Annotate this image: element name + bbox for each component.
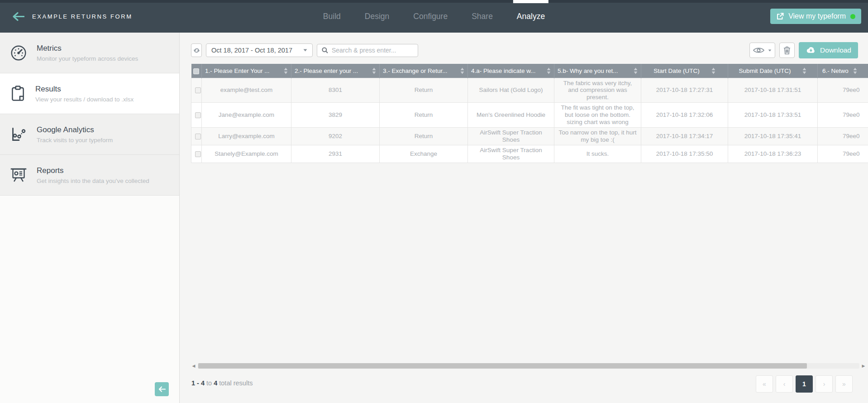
column-header-label: Submit Date (UTC) — [739, 67, 791, 74]
table-row: Larry@example.com9202ReturnAirSwift Supe… — [191, 128, 868, 145]
scrollbar-track[interactable] — [198, 363, 859, 369]
back-arrow-icon[interactable] — [12, 12, 24, 21]
sidebar-item-subtitle: Monitor your typeform across devices — [37, 55, 138, 62]
sort-icon[interactable] — [634, 67, 638, 74]
column-header[interactable]: Start Date (UTC) — [641, 64, 728, 78]
page-button[interactable]: › — [816, 375, 833, 393]
sort-icon[interactable] — [284, 67, 288, 74]
row-checkbox[interactable] — [195, 112, 201, 118]
download-button[interactable]: Download — [799, 42, 858, 58]
tab-label: Build — [323, 12, 341, 21]
tab-share[interactable]: Share — [470, 0, 494, 33]
toolbar: Oct 18, 2017 - Oct 18, 2017 — [191, 42, 858, 58]
tab-build[interactable]: Build — [322, 0, 342, 33]
table-cell: 2931 — [291, 145, 380, 163]
table-cell: 8301 — [291, 78, 380, 103]
horizontal-scrollbar: ◀ ▶ — [191, 362, 866, 369]
column-header-label: 5.b- Why are you ret... — [558, 67, 618, 74]
row-checkbox[interactable] — [195, 151, 201, 157]
caret-down-icon — [768, 49, 772, 52]
select-all-checkbox[interactable] — [193, 68, 199, 74]
date-range-select[interactable]: Oct 18, 2017 - Oct 18, 2017 — [206, 43, 313, 57]
scroll-right-arrow[interactable]: ▶ — [861, 364, 866, 368]
date-range-value: Oct 18, 2017 - Oct 18, 2017 — [211, 47, 292, 54]
tab-label: Configure — [413, 12, 448, 21]
sidebar-item-google-analytics[interactable]: Google AnalyticsTrack visits to your typ… — [0, 114, 179, 155]
table-row: example@test.com8301ReturnSailors Hat (G… — [191, 78, 868, 103]
column-header-label: 3.- Exchange or Retur... — [383, 67, 448, 74]
column-header[interactable]: 4.a- Please indicate w... — [468, 64, 554, 78]
page-button-current[interactable]: 1 — [796, 375, 813, 393]
sidebar-nav: MetricsMonitor your typeform across devi… — [0, 33, 179, 196]
delete-button[interactable] — [779, 43, 795, 58]
column-header[interactable]: Submit Date (UTC) — [728, 64, 818, 78]
collapse-arrow-icon — [158, 386, 166, 392]
table-row: Jane@example.com3829ReturnMen's Greenlin… — [191, 103, 868, 128]
table-cell: Too narrow on the top, it hurt my big to… — [554, 128, 641, 145]
table-cell: The fabric was very itchy, and compressi… — [554, 78, 641, 103]
page-button[interactable]: « — [756, 375, 773, 393]
page-button[interactable]: » — [835, 375, 853, 393]
sort-icon[interactable] — [460, 67, 464, 74]
table-cell: 79ee0 — [818, 145, 868, 163]
column-header[interactable]: 5.b- Why are you ret... — [554, 64, 641, 78]
tab-design[interactable]: Design — [363, 0, 391, 33]
search-box — [317, 44, 418, 57]
table-cell: 2017-10-18 17:35:41 — [728, 128, 818, 145]
column-header[interactable]: 1.- Please Enter Your ... — [202, 64, 291, 78]
table-cell: It sucks. — [554, 145, 641, 163]
download-label: Download — [820, 46, 851, 54]
sidebar-item-reports[interactable]: ReportsGet insights into the data you've… — [0, 155, 179, 196]
search-input[interactable] — [332, 47, 414, 54]
table-cell: 2017-10-18 17:36:23 — [728, 145, 818, 163]
table-cell: Return — [380, 103, 468, 128]
sidebar-item-results[interactable]: ResultsView your results / download to .… — [0, 73, 179, 114]
visibility-dropdown-button[interactable] — [749, 43, 775, 58]
sort-icon[interactable] — [853, 67, 857, 74]
row-checkbox[interactable] — [195, 87, 201, 93]
scrollbar-thumb[interactable] — [198, 363, 807, 369]
external-link-icon — [776, 13, 784, 20]
sort-icon[interactable] — [372, 67, 376, 74]
view-my-typeform-button[interactable]: View my typeform — [770, 9, 861, 24]
table-cell: Return — [380, 78, 468, 103]
table-cell: 79ee0 — [818, 103, 868, 128]
sort-icon[interactable] — [711, 67, 715, 74]
scroll-left-arrow[interactable]: ◀ — [191, 364, 196, 368]
eye-icon — [753, 47, 764, 54]
column-header[interactable]: 6.- Netwo — [818, 64, 868, 78]
trash-icon — [783, 46, 791, 55]
sidebar-item-metrics[interactable]: MetricsMonitor your typeform across devi… — [0, 33, 179, 73]
pagination: «‹1›» — [756, 375, 853, 393]
caret-down-icon — [303, 49, 307, 52]
sort-icon[interactable] — [802, 67, 806, 74]
results-table-viewport: 1.- Please Enter Your ...2.- Please ente… — [191, 64, 868, 163]
sort-icon[interactable] — [547, 67, 551, 74]
tab-configure[interactable]: Configure — [412, 0, 449, 33]
page-button[interactable]: ‹ — [776, 375, 793, 393]
top-bar: EXAMPLE RETURNS FORM BuildDesignConfigur… — [0, 0, 868, 33]
results-suffix: total results — [219, 379, 253, 387]
refresh-icon — [193, 47, 200, 54]
column-header[interactable]: 2.- Please enter your ... — [291, 64, 380, 78]
row-checkbox[interactable] — [195, 134, 201, 139]
clipboard-icon — [10, 85, 26, 102]
sidebar-item-subtitle: Get insights into the data you've collec… — [37, 178, 149, 184]
table-cell: 2017-10-18 17:35:50 — [641, 145, 728, 163]
collapse-sidebar-button[interactable] — [155, 382, 169, 396]
table-cell: 2017-10-18 17:33:51 — [728, 103, 818, 128]
table-cell: Jane@example.com — [202, 103, 291, 128]
column-header-label: 6.- Netwo — [822, 67, 849, 74]
row-checkbox-cell — [191, 78, 202, 103]
reports-icon — [10, 167, 27, 183]
results-total: 4 — [214, 379, 217, 387]
column-header[interactable]: 3.- Exchange or Retur... — [380, 64, 468, 78]
table-cell: example@test.com — [202, 78, 291, 103]
refresh-button[interactable] — [191, 43, 202, 57]
gauge-icon — [10, 44, 27, 62]
tab-label: Design — [365, 12, 389, 21]
table-row: Stanely@Example.com2931ExchangeAirSwift … — [191, 145, 868, 163]
table-cell: 79ee0 — [818, 128, 868, 145]
tab-analyze[interactable]: Analyze — [515, 0, 546, 33]
search-icon — [322, 47, 328, 53]
